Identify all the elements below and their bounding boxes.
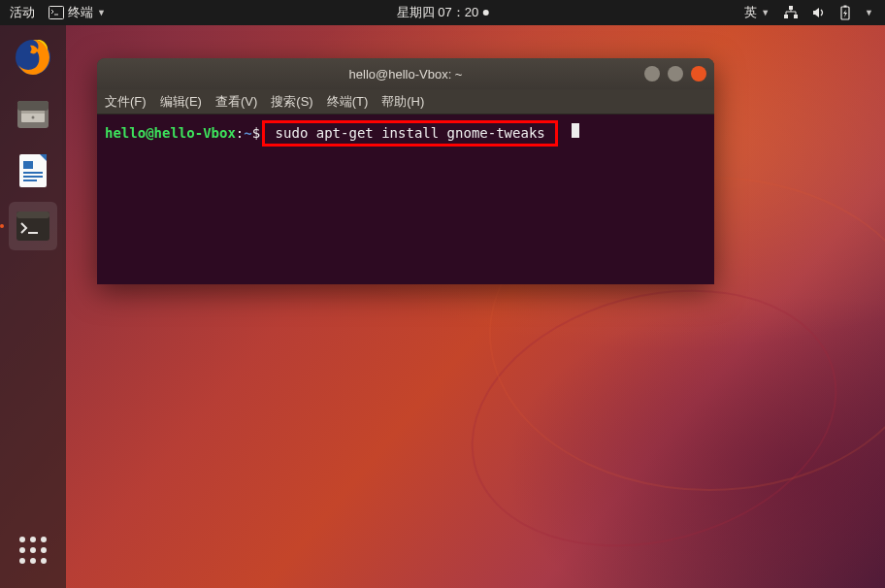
dock	[0, 25, 66, 588]
svg-rect-11	[21, 111, 45, 114]
menu-view[interactable]: 查看(V)	[215, 93, 257, 111]
menu-terminal[interactable]: 终端(T)	[327, 93, 369, 111]
svg-point-12	[32, 116, 35, 119]
svg-rect-4	[794, 15, 798, 18]
ime-label: 英	[744, 4, 757, 21]
chevron-down-icon: ▼	[865, 8, 873, 17]
svg-rect-15	[23, 176, 43, 178]
svg-rect-13	[19, 154, 47, 187]
dock-writer[interactable]	[9, 146, 57, 194]
svg-rect-14	[23, 172, 43, 174]
maximize-button[interactable]	[668, 66, 683, 82]
svg-rect-17	[23, 161, 33, 169]
command-text: sudo apt-get install gnome-tweaks	[267, 125, 553, 141]
battery-icon[interactable]	[839, 5, 851, 20]
cursor-block	[572, 123, 579, 138]
activities-button[interactable]: 活动	[10, 4, 35, 21]
dock-firefox[interactable]	[9, 33, 57, 82]
dock-terminal[interactable]	[9, 202, 57, 250]
close-button[interactable]	[691, 66, 706, 82]
network-icon[interactable]	[783, 6, 799, 19]
svg-rect-3	[784, 15, 788, 18]
show-applications-button[interactable]	[9, 526, 57, 574]
system-menu[interactable]: ▼	[865, 8, 873, 17]
svg-rect-19	[16, 212, 49, 218]
prompt-line: hello@hello-Vbox:~$ sudo apt-get install…	[105, 120, 706, 147]
menubar: 文件(F) 编辑(E) 查看(V) 搜索(S) 终端(T) 帮助(H)	[97, 89, 714, 114]
prompt-user: hello@hello-Vbox	[105, 123, 236, 144]
menu-edit[interactable]: 编辑(E)	[160, 93, 202, 111]
chevron-down-icon: ▼	[761, 8, 770, 17]
top-panel: 活动 终端 ▼ 星期四 07：20 英 ▼ ▼	[0, 0, 885, 25]
clock-label: 星期四 07：20	[397, 4, 479, 21]
svg-rect-9	[17, 101, 49, 111]
active-app-label: 终端	[68, 4, 93, 21]
svg-rect-0	[49, 7, 64, 19]
input-method-indicator[interactable]: 英 ▼	[744, 4, 770, 21]
menu-help[interactable]: 帮助(H)	[381, 93, 424, 111]
dock-files[interactable]	[9, 89, 57, 138]
prompt-colon: :	[236, 123, 244, 144]
window-titlebar[interactable]: hello@hello-Vbox: ~	[97, 58, 714, 89]
chevron-down-icon: ▼	[97, 8, 106, 17]
command-highlight-box: sudo apt-get install gnome-tweaks	[262, 120, 558, 147]
notification-dot-icon	[482, 10, 488, 16]
minimize-button[interactable]	[644, 66, 660, 82]
clock[interactable]: 星期四 07：20	[397, 4, 489, 21]
svg-rect-6	[844, 6, 847, 8]
window-title: hello@hello-Vbox: ~	[349, 67, 463, 82]
terminal-area[interactable]: hello@hello-Vbox:~$ sudo apt-get install…	[97, 114, 714, 284]
svg-rect-2	[789, 6, 793, 10]
menu-search[interactable]: 搜索(S)	[271, 93, 312, 111]
terminal-small-icon	[49, 6, 64, 19]
prompt-sign: $	[252, 123, 260, 144]
volume-icon[interactable]	[812, 6, 826, 19]
terminal-window: hello@hello-Vbox: ~ 文件(F) 编辑(E) 查看(V) 搜索…	[97, 58, 714, 284]
svg-rect-16	[23, 180, 37, 181]
active-app-menu[interactable]: 终端 ▼	[49, 4, 106, 21]
menu-file[interactable]: 文件(F)	[105, 93, 147, 111]
prompt-path: ~	[244, 123, 251, 144]
